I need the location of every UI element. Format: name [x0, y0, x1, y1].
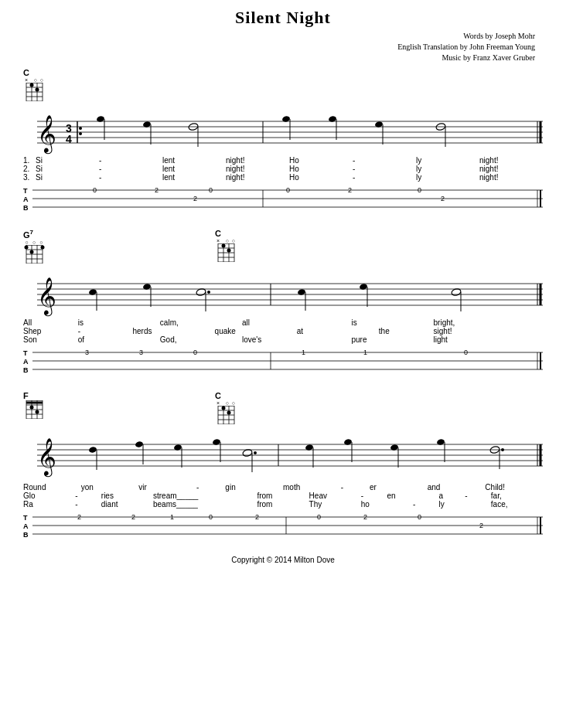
svg-point-146 — [135, 441, 143, 447]
lyric-word: Round — [23, 483, 81, 492]
svg-text:0: 0 — [193, 349, 197, 356]
lyric-word: stream_____ — [153, 492, 257, 500]
svg-point-125 — [30, 405, 34, 409]
lyric-word: - — [353, 165, 416, 173]
lyrics-section3: Round yon vir - gin moth - er and Child!… — [23, 483, 543, 509]
chord-diagram-C3: C ×○○ — [215, 391, 237, 427]
lyric-word: far, — [491, 492, 543, 500]
lyric-word: sight! — [434, 327, 543, 335]
lyric-word: ly — [416, 173, 479, 182]
lyric-word: - — [353, 156, 416, 165]
svg-text:𝄞: 𝄞 — [37, 438, 56, 478]
lyric-word: - — [353, 173, 416, 182]
svg-text:1: 1 — [302, 349, 305, 356]
lyric-word: night! — [226, 173, 289, 182]
svg-point-144 — [88, 446, 97, 453]
lyric-word: - — [75, 500, 101, 509]
lyrics-section2: All is calm, all is bright, Shep - herds… — [23, 318, 543, 344]
credit-line3: Music by Franz Xaver Gruber — [23, 53, 535, 63]
lyric-word: vir — [138, 483, 196, 492]
lyric-word: of — [78, 335, 160, 344]
lyric-word: Shep — [23, 327, 78, 335]
lyric-word: the — [379, 327, 434, 335]
lyric-word: - — [99, 173, 162, 182]
staff-section1: 𝄞 3 4 — [23, 106, 543, 156]
svg-point-10 — [36, 88, 39, 92]
svg-text:2: 2 — [193, 195, 197, 202]
lyrics-row-2: 2. Si - lent night! Ho - ly night! — [23, 165, 543, 173]
svg-text:2: 2 — [441, 195, 445, 202]
svg-text:A: A — [23, 522, 29, 530]
lyric-word: - — [75, 492, 101, 500]
tab-section2: T A B 3 3 0 1 1 0 — [23, 346, 543, 377]
svg-point-89 — [207, 291, 210, 294]
lyric-word: herds — [132, 327, 214, 335]
lyrics-row-1: 1. Si - lent night! Ho - ly night! — [23, 156, 543, 165]
lyrics-row-s3-1: Round yon vir - gin moth - er and Child! — [23, 483, 543, 492]
credits: Words by Joseph Mohr English Translation… — [23, 31, 543, 63]
footer-copyright: Copyright © 2014 Milton Dove — [23, 556, 543, 564]
lyric-word: from — [257, 500, 309, 509]
svg-text:0: 0 — [464, 349, 468, 356]
svg-point-66 — [41, 245, 45, 249]
lyric-word: - — [99, 156, 162, 165]
chord-markers-C: ×○○ — [23, 77, 45, 83]
svg-text:2: 2 — [155, 186, 159, 194]
lyric-word: and — [428, 483, 486, 492]
lyric-word: is — [78, 318, 160, 327]
lyric-word: en — [387, 492, 438, 500]
svg-text:2: 2 — [348, 186, 352, 194]
lyric-num: 2. — [23, 165, 36, 173]
lyrics-row-s2-2: Shep - herds quake at the sight! — [23, 327, 543, 335]
svg-text:2: 2 — [363, 513, 367, 521]
section-3: F — [23, 391, 543, 542]
lyrics-row-s3-2: Glo - ries stream_____ from Heav - en a … — [23, 492, 543, 500]
staff-section2: 𝄞 — [23, 268, 543, 318]
lyric-word: from — [257, 492, 309, 500]
lyrics-row-s2-1: All is calm, all is bright, — [23, 318, 543, 327]
lyric-word: gin — [225, 483, 283, 492]
lyric-word: Thy — [309, 500, 361, 509]
svg-text:3: 3 — [139, 349, 143, 356]
lyric-word: Si — [36, 165, 99, 173]
chord-grid-G7 — [23, 245, 45, 264]
page-title: Silent Night — [23, 8, 543, 28]
svg-text:0: 0 — [317, 513, 321, 521]
lyric-word: night! — [226, 165, 289, 173]
lyric-word: moth — [283, 483, 341, 492]
chord-diagram-F: F — [23, 391, 45, 422]
lyric-word: er — [370, 483, 428, 492]
lyric-word: - — [413, 500, 439, 509]
section-2: G7 ○○○ — [23, 229, 543, 377]
lyric-word: yon — [81, 483, 139, 492]
lyric-word: Si — [36, 156, 99, 165]
svg-text:0: 0 — [286, 186, 290, 194]
svg-text:1: 1 — [170, 513, 174, 521]
chord-diagram-C2: C ×○○ — [215, 229, 237, 265]
chord-grid-C3 — [215, 406, 237, 424]
svg-text:A: A — [23, 358, 29, 366]
lyric-word: ries — [101, 492, 153, 500]
lyric-word: love's — [242, 335, 351, 344]
lyric-word: night! — [479, 165, 543, 173]
svg-text:0: 0 — [418, 513, 421, 521]
svg-point-153 — [254, 451, 257, 454]
lyric-word: Ho — [289, 173, 353, 182]
lyric-word: all — [242, 318, 351, 327]
svg-point-65 — [30, 250, 34, 253]
lyric-word: Glo — [23, 492, 75, 500]
lyric-word: face, — [491, 500, 543, 509]
lyric-word: Ho — [289, 156, 353, 165]
chord-diagram-G7: G7 ○○○ — [23, 229, 45, 267]
lyric-word: Si — [36, 173, 99, 182]
lyric-word: night! — [226, 156, 289, 165]
svg-text:B: B — [23, 366, 29, 374]
lyric-word: quake — [215, 327, 297, 335]
lyric-word: - — [99, 165, 162, 173]
lyric-word: calm, — [160, 318, 242, 327]
chord-name-C: C — [23, 68, 45, 77]
section-1: C ×○○ — [23, 68, 543, 215]
svg-text:B: B — [23, 531, 29, 539]
chord-diagram-C: C ×○○ — [23, 68, 45, 104]
chord-grid-C2 — [215, 243, 237, 262]
